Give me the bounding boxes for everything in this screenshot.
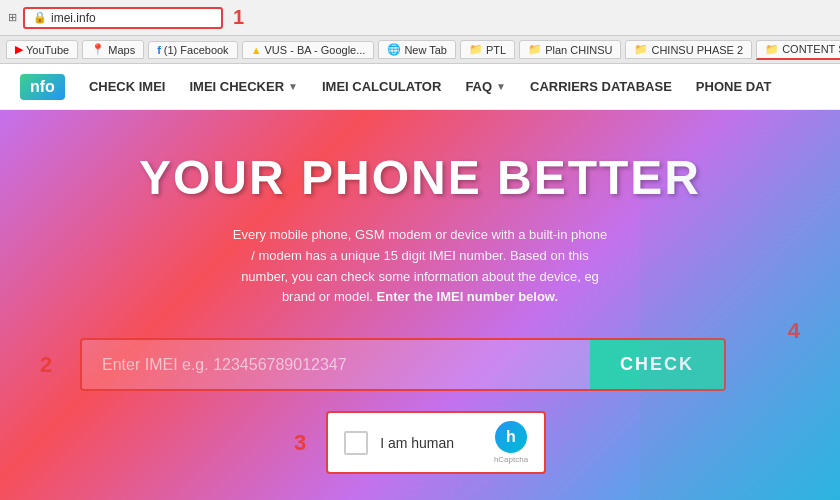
tab-newtab[interactable]: 🌐 New Tab — [378, 40, 456, 59]
annotation-1: 1 — [233, 6, 244, 28]
annotation-2: 2 — [40, 352, 52, 378]
site-security-icon: 🔒 — [33, 11, 47, 24]
maps-icon: 📍 — [91, 43, 105, 56]
youtube-icon: ▶ — [15, 43, 23, 56]
tab-content-seo[interactable]: 📁 CONTENT SEO — [756, 40, 840, 60]
nav-bar: nfo CHECK IMEI IMEI CHECKER ▼ IMEI CALCU… — [0, 64, 840, 110]
chevron-down-icon: ▼ — [288, 81, 298, 92]
folder-icon-chinsu2: 📁 — [634, 43, 648, 56]
facebook-icon: f — [157, 44, 161, 56]
captcha-label: I am human — [380, 435, 454, 451]
tab-maps[interactable]: 📍 Maps — [82, 40, 144, 59]
folder-icon-seo: 📁 — [765, 43, 779, 56]
hero-description: Every mobile phone, GSM modem or device … — [230, 225, 610, 308]
tab-icon: ⊞ — [8, 11, 17, 24]
tab-facebook[interactable]: f (1) Facebook — [148, 41, 237, 59]
captcha-container: I am human h hCaptcha — [326, 411, 546, 474]
nav-faq[interactable]: FAQ ▼ — [465, 79, 506, 94]
chevron-down-icon-faq: ▼ — [496, 81, 506, 92]
nav-phone-dat[interactable]: PHONE DAT — [696, 79, 772, 94]
annotation-4: 4 — [788, 318, 800, 344]
tab-chinsu2[interactable]: 📁 CHINSU PHASE 2 — [625, 40, 752, 59]
hcaptcha-text: hCaptcha — [494, 455, 528, 464]
nav-links: CHECK IMEI IMEI CHECKER ▼ IMEI CALCULATO… — [89, 79, 772, 94]
nav-imei-checker[interactable]: IMEI CHECKER ▼ — [189, 79, 298, 94]
captcha-checkbox[interactable] — [344, 431, 368, 455]
browser-address-bar: ⊞ 🔒 imei.info 1 — [0, 0, 840, 36]
tab-vus[interactable]: ▲ VUS - BA - Google... — [242, 41, 375, 59]
tab-youtube[interactable]: ▶ YouTube — [6, 40, 78, 59]
folder-icon-chinsu: 📁 — [528, 43, 542, 56]
folder-icon-ptl: 📁 — [469, 43, 483, 56]
hcaptcha-icon: h — [495, 421, 527, 453]
drive-icon: ▲ — [251, 44, 262, 56]
browser-tabs: ▶ YouTube 📍 Maps f (1) Facebook ▲ VUS - … — [0, 36, 840, 64]
url-text: imei.info — [51, 11, 96, 25]
nav-imei-calculator[interactable]: IMEI CALCULATOR — [322, 79, 441, 94]
hero-title: YOUR PHONE BETTER — [139, 150, 701, 205]
nav-check-imei[interactable]: CHECK IMEI — [89, 79, 166, 94]
nav-carriers[interactable]: CARRIERS DATABASE — [530, 79, 672, 94]
hero-description-bold: Enter the IMEI number below. — [377, 289, 559, 304]
annotation-3: 3 — [294, 430, 306, 456]
check-button[interactable]: CHECK — [590, 340, 724, 389]
site-logo[interactable]: nfo — [20, 74, 65, 100]
newtab-icon: 🌐 — [387, 43, 401, 56]
hcaptcha-logo: h hCaptcha — [494, 421, 528, 464]
imei-input-container: CHECK — [80, 338, 726, 391]
tab-ptl[interactable]: 📁 PTL — [460, 40, 515, 59]
address-input[interactable]: 🔒 imei.info — [23, 7, 223, 29]
hero-section: YOUR PHONE BETTER Every mobile phone, GS… — [0, 110, 840, 500]
imei-input[interactable] — [82, 342, 590, 388]
tab-chinsu[interactable]: 📁 Plan CHINSU — [519, 40, 621, 59]
